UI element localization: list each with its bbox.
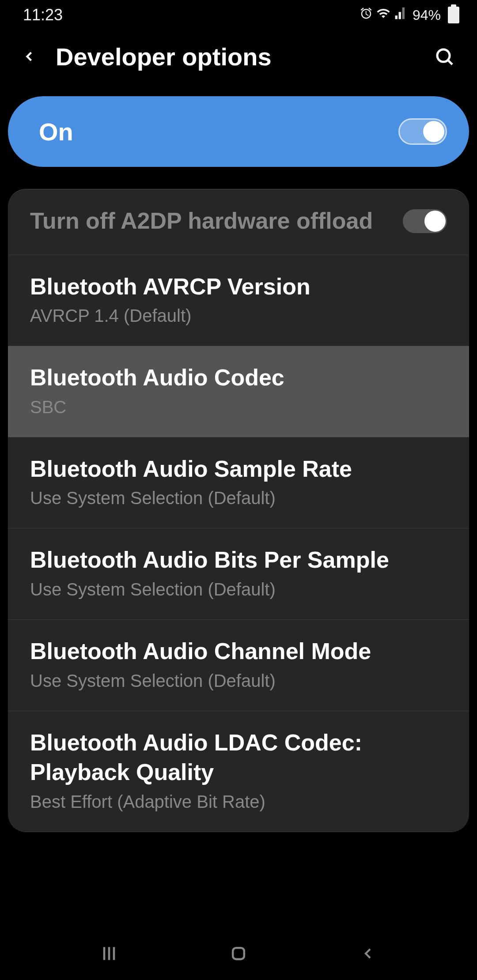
switch-thumb [424,211,446,232]
svg-point-0 [437,49,450,62]
setting-title: Bluetooth Audio Codec [30,363,447,393]
setting-avrcp-version[interactable]: Bluetooth AVRCP Version AVRCP 1.4 (Defau… [8,255,469,347]
svg-line-1 [448,60,452,64]
setting-a2dp-offload[interactable]: Turn off A2DP hardware offload [8,189,469,255]
setting-title: Turn off A2DP hardware offload [30,206,390,236]
status-bar: 11:23 94% [0,0,477,30]
setting-channel-mode[interactable]: Bluetooth Audio Channel Mode Use System … [8,620,469,711]
setting-audio-codec[interactable]: Bluetooth Audio Codec SBC [8,346,469,437]
master-switch[interactable] [398,118,447,145]
status-right: 94% [360,6,459,24]
nav-back-button[interactable] [355,940,381,967]
master-toggle-label: On [39,117,73,146]
alarm-icon [360,7,373,23]
setting-subtitle: Use System Selection (Default) [30,578,447,601]
battery-icon [448,7,459,23]
setting-bits-per-sample[interactable]: Bluetooth Audio Bits Per Sample Use Syst… [8,528,469,620]
recents-button[interactable] [96,940,122,967]
navigation-bar [0,927,477,980]
page-title: Developer options [56,42,414,71]
setting-title: Bluetooth Audio Bits Per Sample [30,545,447,575]
a2dp-switch[interactable] [403,209,447,233]
setting-subtitle: Use System Selection (Default) [30,486,447,509]
battery-percentage: 94% [413,7,441,23]
setting-ldac-quality[interactable]: Bluetooth Audio LDAC Codec: Playback Qua… [8,711,469,832]
status-icons-group [360,6,408,24]
recents-icon [99,944,119,963]
back-button[interactable] [20,48,38,65]
setting-title: Bluetooth Audio Channel Mode [30,637,447,667]
home-button[interactable] [225,940,252,967]
master-toggle-row[interactable]: On [8,96,469,167]
settings-list: Turn off A2DP hardware offload Bluetooth… [8,189,469,832]
switch-thumb [423,121,444,142]
setting-title: Bluetooth Audio LDAC Codec: Playback Qua… [30,728,447,788]
wifi-icon [376,6,390,24]
app-header: Developer options [0,30,477,83]
setting-title: Bluetooth AVRCP Version [30,272,447,302]
setting-title: Bluetooth Audio Sample Rate [30,454,447,484]
setting-subtitle: SBC [30,396,447,418]
setting-sample-rate[interactable]: Bluetooth Audio Sample Rate Use System S… [8,437,469,529]
signal-icon [394,6,408,24]
search-icon [434,46,455,67]
search-button[interactable] [432,44,457,69]
setting-subtitle: Best Effort (Adaptive Bit Rate) [30,790,447,813]
chevron-left-icon [359,945,377,962]
setting-subtitle: AVRCP 1.4 (Default) [30,304,447,327]
setting-subtitle: Use System Selection (Default) [30,669,447,692]
svg-rect-5 [233,948,244,959]
status-time: 11:23 [23,6,63,24]
home-icon [229,944,248,963]
chevron-left-icon [21,49,37,64]
